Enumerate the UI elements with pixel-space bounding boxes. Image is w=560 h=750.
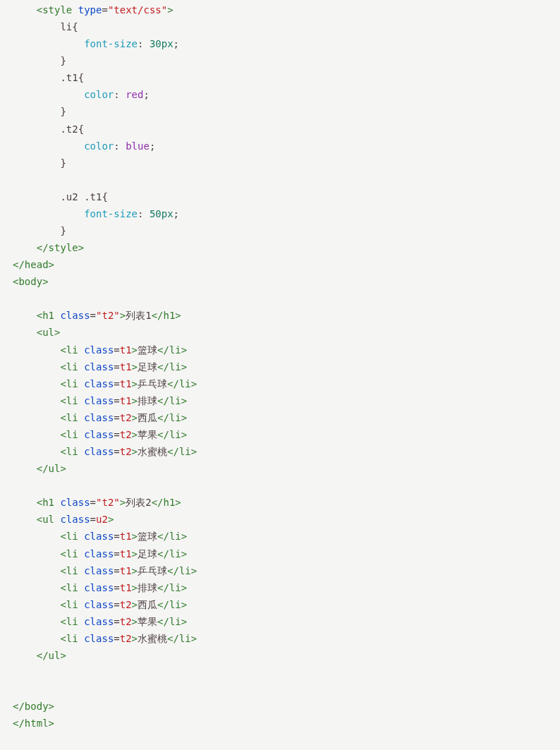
equals: = (114, 582, 119, 593)
equals: = (114, 344, 119, 356)
value: 30px (143, 38, 173, 49)
code-line: } (13, 55, 66, 66)
attr-name: class (78, 599, 114, 610)
attr-value: t1 (120, 378, 132, 389)
open-tag: <li (60, 344, 78, 356)
code-line: .t2{ (13, 123, 84, 135)
close-bracket: > (132, 361, 138, 373)
open-tag: <li (60, 582, 78, 593)
equals: = (114, 616, 119, 627)
code-line: <li class=t1>足球</li> (13, 361, 187, 373)
code-line: <body> (13, 276, 49, 287)
attr-value: t1 (120, 361, 132, 373)
attr-name: class (78, 412, 114, 423)
property: font-size (84, 38, 138, 49)
equals: = (102, 4, 107, 16)
code-line: <li class=t2>苹果</li> (13, 616, 187, 627)
code-line: </ul> (13, 650, 66, 661)
open-tag: <li (60, 565, 78, 576)
close-tag: </li> (157, 599, 187, 610)
code-line: font-size: 30px; (13, 38, 179, 49)
selector: .t2{ (60, 123, 84, 135)
open-tag: <body> (13, 276, 49, 287)
text-content: 西瓜 (138, 599, 157, 610)
text-content: 足球 (138, 361, 157, 373)
close-bracket: > (132, 633, 138, 644)
code-line: <li class=t1>排球</li> (13, 582, 187, 593)
close-tag: </li> (157, 548, 187, 560)
attr-value: t2 (120, 446, 132, 457)
close-tag: </h1> (152, 497, 181, 508)
text-content: 水蜜桃 (138, 633, 167, 644)
close-tag: </li> (157, 361, 187, 373)
close-bracket: > (108, 514, 114, 525)
attr-value: t1 (120, 582, 132, 593)
close-tag: </li> (157, 531, 187, 542)
code-line: </body> (13, 701, 54, 712)
attr-name: class (78, 361, 114, 373)
attr-value: "t2" (96, 497, 120, 508)
open-tag: <li (60, 429, 78, 440)
brace: } (60, 225, 66, 236)
code-line: color: blue; (13, 140, 155, 152)
value: blue (120, 140, 150, 152)
attr-value: t2 (120, 412, 132, 423)
attr-name: class (78, 344, 114, 356)
attr-value: "t2" (96, 310, 120, 321)
open-tag: <li (60, 378, 78, 389)
code-line: <li class=t1>乒乓球</li> (13, 565, 197, 576)
open-tag: <style (37, 4, 73, 16)
close-tag: </style> (37, 242, 84, 253)
code-line: <h1 class="t2">列表1</h1> (13, 310, 181, 321)
close-tag: </li> (157, 412, 187, 423)
code-line: <li class=t1>乒乓球</li> (13, 378, 197, 389)
close-tag: </li> (157, 616, 187, 627)
close-tag: </ul> (37, 463, 66, 474)
equals: = (90, 310, 96, 321)
code-line: <li class=t2>水蜜桃</li> (13, 446, 197, 457)
close-bracket: > (120, 497, 126, 508)
text-content: 西瓜 (138, 412, 157, 423)
code-line: <li class=t2>西瓜</li> (13, 412, 187, 423)
close-tag: </li> (167, 446, 197, 457)
close-bracket: > (120, 310, 126, 321)
code-line: <li class=t1>足球</li> (13, 548, 187, 560)
brace: } (60, 157, 66, 169)
text-content: 足球 (138, 548, 157, 560)
code-line: </head> (13, 259, 54, 270)
selector: li{ (60, 21, 78, 32)
code-line (13, 480, 18, 491)
code-line: <h1 class="t2">列表2</h1> (13, 497, 181, 508)
close-bracket: > (132, 446, 138, 457)
open-tag: <li (60, 531, 78, 542)
equals: = (114, 378, 119, 389)
close-bracket: > (132, 395, 138, 406)
code-line: } (13, 225, 66, 236)
code-line: <li class=t1>篮球</li> (13, 344, 187, 356)
attr-name: class (78, 582, 114, 593)
code-line (13, 667, 18, 678)
attr-value: t2 (120, 633, 132, 644)
open-tag: <li (60, 616, 78, 627)
close-bracket: > (132, 582, 138, 593)
close-bracket: > (132, 429, 138, 440)
open-tag: <h1 (37, 497, 54, 508)
selector: .u2 .t1{ (60, 191, 107, 202)
semicolon: ; (174, 208, 179, 219)
selector: .t1{ (60, 72, 84, 83)
close-bracket: > (132, 412, 138, 423)
property: color (84, 140, 114, 152)
text-content: 苹果 (138, 616, 157, 627)
close-bracket: > (132, 599, 138, 610)
open-tag: <h1 (37, 310, 54, 321)
equals: = (114, 429, 119, 440)
close-bracket: > (132, 548, 138, 560)
code-line: <ul> (13, 327, 60, 338)
attr-value: t1 (120, 344, 132, 356)
code-line: li{ (13, 21, 78, 32)
text-content: 苹果 (138, 429, 157, 440)
value: red (120, 89, 144, 100)
colon: : (114, 140, 119, 152)
code-line: <style type="text/css"> (13, 4, 174, 16)
semicolon: ; (174, 38, 179, 49)
